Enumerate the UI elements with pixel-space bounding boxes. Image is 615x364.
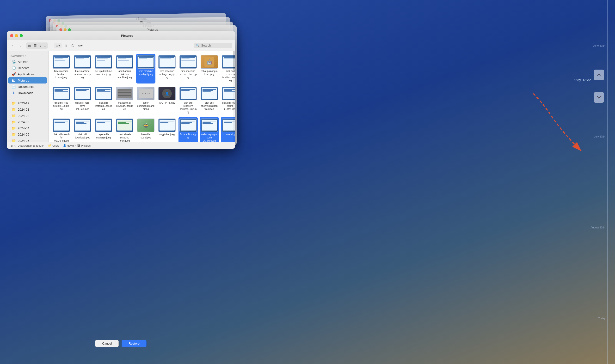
- file-thumb-add-backup: [116, 55, 133, 69]
- file-item-webscraping-ai[interactable]: webscraping ai code ex...ple.jpeg: [200, 117, 219, 142]
- breadcrumb-item-david[interactable]: 👤 david: [63, 144, 73, 147]
- file-item-dd-hidden[interactable]: disk drill showing hidden files.jpeg: [200, 85, 219, 115]
- dot-yellow-bg4[interactable]: [64, 28, 67, 31]
- file-item-dd-review[interactable]: disk drill review found it...tton.jpeg: [221, 85, 235, 115]
- file-name-ai-web-scraping: best ai web scraping tools.jpeg: [116, 133, 133, 142]
- sidebar-item-2024-04[interactable]: 📁 2024-04: [8, 125, 47, 131]
- sidebar-item-2024-06[interactable]: 📁 2024-06: [8, 138, 47, 142]
- pictures-folder-icon: 🖼: [77, 144, 80, 147]
- dot-green-bg4[interactable]: [68, 28, 71, 31]
- file-name-option-cmd: option command p and r.jpeg: [137, 101, 154, 111]
- file-item-dd-hdd[interactable]: disk drill hard drive sel...ted.jpeg: [73, 85, 92, 115]
- close-button[interactable]: [10, 34, 13, 37]
- file-thumb-dd-recovery-dest: [179, 87, 197, 100]
- file-item-dd-install[interactable]: disk drill installati...cos.jpeg: [94, 85, 113, 115]
- sidebar-item-2024-02[interactable]: 📁 2024-02: [8, 113, 47, 119]
- tm-label-june: June 2024: [590, 44, 605, 47]
- file-item-ai-web-scraping[interactable]: best ai web scraping tools.jpeg: [115, 117, 134, 142]
- folder-icon-2024-01: 📁: [12, 107, 16, 111]
- tm-timeline-labels: June 2024 July 2024 August 2024 Today: [590, 0, 605, 364]
- file-item-dd-search[interactable]: disk drill search for lost...und.jpeg: [52, 117, 71, 142]
- folder-icon-2024-03: 📁: [12, 120, 16, 124]
- sidebar-label-2024-02: 2024-02: [18, 114, 29, 117]
- file-item-tm-dest[interactable]: time machine destinat...ons.jpeg: [73, 54, 92, 83]
- file-name-dd-install: disk drill installati...cos.jpeg: [95, 101, 112, 111]
- breadcrumb-david-label: david: [67, 144, 73, 147]
- back-button[interactable]: ‹: [10, 42, 16, 49]
- david-folder-icon: 👤: [63, 144, 66, 147]
- file-item-dd-recovery-dest[interactable]: disk drill recovery destinat...und.jpeg: [178, 85, 198, 115]
- column-view-button[interactable]: ⫶: [39, 43, 42, 48]
- tags-button[interactable]: ⬡: [70, 43, 75, 48]
- dashed-arrow: [529, 89, 596, 156]
- sidebar-item-documents[interactable]: 📄 Documents: [8, 83, 47, 90]
- file-item-option-cmd[interactable]: ⌥⌘P R option command p and r.jpeg: [136, 85, 155, 115]
- file-item-qspace[interactable]: qspace file manager.jpeg: [94, 117, 113, 142]
- documents-icon: 📄: [12, 85, 16, 89]
- sidebar-item-downloads[interactable]: ⬇ Downloads: [8, 90, 47, 96]
- view-options-group: ⊞ ☰ ⫶ □: [26, 42, 48, 49]
- breadcrumb-item-users[interactable]: 📁 Users: [48, 144, 59, 147]
- tm-label-july: July 2024: [590, 135, 605, 138]
- share-button[interactable]: ⬆: [64, 43, 68, 48]
- file-name-qspace: qspace file manager.jpeg: [95, 133, 112, 139]
- file-name-robot: robot painting a letter.jpeg: [201, 70, 218, 76]
- minimize-button[interactable]: [15, 34, 18, 37]
- file-thumb-tm-backup: [53, 55, 70, 69]
- breadcrumb-item-pictures[interactable]: 🖼 Pictures: [77, 144, 91, 147]
- icon-view-button[interactable]: ⊞: [27, 43, 32, 48]
- file-item-setup-disk[interactable]: set up disk time machine.jpeg: [94, 54, 113, 83]
- sidebar-item-recents[interactable]: 🕐 Recents: [8, 65, 47, 71]
- folder-icon-2023-12: 📁: [12, 101, 16, 105]
- file-thumb-dd-review: [222, 87, 235, 100]
- breadcrumb-item-drive[interactable]: 🖥 A - Data@snap-26393084: [10, 144, 44, 147]
- restore-button[interactable]: Restore: [122, 340, 147, 347]
- file-item-browse-ai[interactable]: browse ai.jpeg: [221, 117, 235, 142]
- more-button[interactable]: ⊙▾: [77, 43, 84, 48]
- sidebar-item-2023-12[interactable]: 📁 2023-12: [8, 100, 47, 106]
- breadcrumb-sep-1: ›: [46, 144, 47, 147]
- file-name-dd-hidden: disk drill showing hidden files.jpeg: [201, 101, 218, 111]
- file-item-dd-recovery-loc[interactable]: disk drill recovery location...und.jpeg: [221, 54, 235, 83]
- file-name-webscraping-ai: webscraping ai code ex...ple.jpeg: [201, 133, 218, 142]
- search-box[interactable]: 🔍: [194, 43, 232, 48]
- breadcrumb-pictures-label: Pictures: [81, 144, 91, 147]
- fullscreen-button[interactable]: [20, 34, 23, 37]
- search-input[interactable]: [201, 44, 230, 47]
- scrollbar-thumb[interactable]: [233, 51, 235, 70]
- folder-icon-2024-05: 📁: [12, 132, 16, 136]
- file-name-dd-recovery-dest: disk drill recovery destinat...und.jpeg: [179, 101, 197, 114]
- file-item-robot[interactable]: 🤖 robot painting a letter.jpeg: [200, 54, 219, 83]
- sidebar-item-pictures[interactable]: 🖼 Pictures: [8, 77, 47, 83]
- dot-red-bg4[interactable]: [59, 28, 62, 31]
- file-item-tm-spotlight[interactable]: time machine spotlight.jpeg: [136, 54, 155, 83]
- file-item-beautiful-soup[interactable]: 🍲 beautiful soup.jpeg: [136, 117, 155, 142]
- gallery-view-button[interactable]: □: [43, 43, 47, 48]
- cancel-button[interactable]: Cancel: [95, 340, 119, 347]
- scrollbar[interactable]: [233, 51, 235, 142]
- list-view-button[interactable]: ☰: [33, 43, 38, 48]
- toolbar-divider-1: [51, 43, 51, 48]
- file-item-tm-recover[interactable]: time machine recover...face.jpeg: [178, 54, 198, 83]
- file-item-tm-backup[interactable]: time machine backup i...ess.jpeg: [52, 54, 71, 83]
- sidebar-item-2024-01[interactable]: 📁 2024-01: [8, 106, 47, 113]
- file-item-scrapestorm[interactable]: ScrapeStorm.jpeg: [178, 117, 198, 142]
- sidebar-item-applications[interactable]: 🚀 Applications: [8, 71, 47, 77]
- file-name-dd-hdd: disk drill hard drive sel...ted.jpeg: [74, 101, 91, 111]
- sidebar-item-2024-03[interactable]: 📁 2024-03: [8, 119, 47, 125]
- file-item-img4478[interactable]: 👤 IMG_4478.mov: [157, 85, 177, 115]
- file-name-tm-settings: time machine settings...ory.jpeg: [158, 70, 176, 79]
- file-thumb-scrapestorm: [179, 118, 197, 132]
- file-item-dd-files[interactable]: disk drill files selecte...und.jpeg: [52, 85, 71, 115]
- tm-label-august: August 2024: [590, 226, 605, 229]
- forward-button[interactable]: ›: [18, 42, 24, 49]
- file-item-macbook-keyboard[interactable]: macbook air keyboar...tton.jpeg: [115, 85, 134, 115]
- finder-titlebar: Pictures: [7, 31, 235, 40]
- file-item-tm-settings[interactable]: time machine settings...ory.jpeg: [157, 54, 177, 83]
- sort-button[interactable]: ⊞▾: [54, 43, 62, 48]
- sidebar-item-airdrop[interactable]: 📡 AirDrop: [8, 59, 47, 65]
- file-item-add-backup[interactable]: add backup disk time machine.jpeg: [115, 54, 134, 83]
- sidebar-item-2024-05[interactable]: 📁 2024-05: [8, 131, 47, 138]
- file-item-anypicker[interactable]: anypicker.jpeg: [157, 117, 177, 142]
- file-item-dd-download[interactable]: disk drill download.jpeg: [73, 117, 92, 142]
